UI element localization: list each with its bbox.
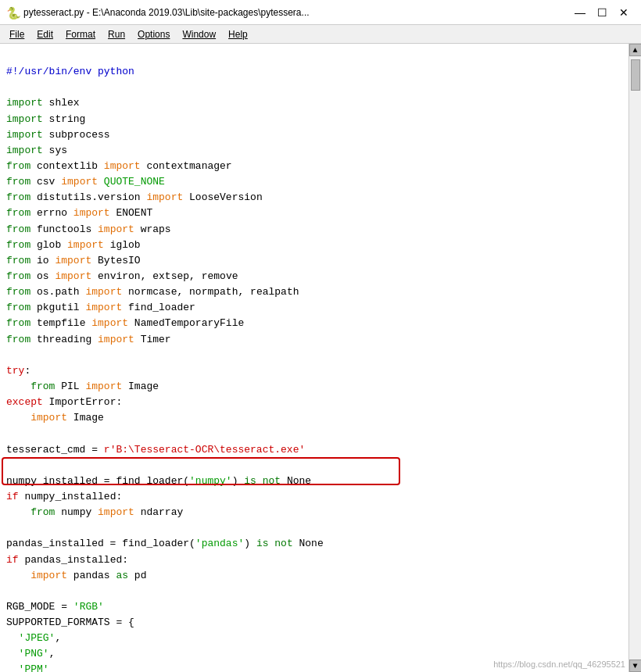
code-line: from contextlib import contextmanager bbox=[6, 160, 232, 172]
scroll-thumb[interactable] bbox=[631, 59, 640, 91]
code-line: from errno import ENOENT bbox=[6, 207, 152, 219]
scroll-down-button[interactable]: ▼ bbox=[629, 659, 642, 672]
maximize-button[interactable]: ☐ bbox=[591, 3, 613, 22]
scrollbar[interactable]: ▲ ▼ bbox=[628, 44, 641, 672]
shebang-line: #!/usr/bin/env python bbox=[6, 66, 134, 77]
watermark: https://blog.csdn.net/qq_46295521 bbox=[493, 659, 625, 669]
code-line: import pandas as pd bbox=[6, 570, 146, 581]
code-line: try: bbox=[6, 365, 30, 377]
code-line: from os import environ, extsep, remove bbox=[6, 270, 238, 282]
code-line: SUPPORTED_FORMATS = { bbox=[6, 617, 134, 628]
code-line: import shlex bbox=[6, 97, 80, 109]
code-line: 'PPM' bbox=[6, 663, 49, 672]
app-icon: 🐍 bbox=[6, 6, 19, 19]
code-line: from numpy import ndarray bbox=[6, 506, 183, 518]
code-line: pandas_installed = find_loader('pandas')… bbox=[6, 538, 324, 549]
code-line: if numpy_installed: bbox=[6, 491, 122, 502]
menu-window[interactable]: Window bbox=[176, 27, 222, 41]
menu-help[interactable]: Help bbox=[222, 27, 254, 41]
close-button[interactable]: ✕ bbox=[613, 3, 635, 22]
code-line: import subprocess bbox=[6, 129, 110, 141]
code-line: from glob import iglob bbox=[6, 239, 141, 251]
code-line: from PIL import Image bbox=[6, 381, 159, 392]
code-line: from io import BytesIO bbox=[6, 255, 141, 266]
code-area[interactable]: #!/usr/bin/env python import shlex impor… bbox=[0, 44, 628, 672]
code-line: from csv import QUOTE_NONE bbox=[6, 176, 165, 188]
code-line: except ImportError: bbox=[6, 396, 122, 408]
menu-edit[interactable]: Edit bbox=[30, 27, 59, 41]
scroll-track[interactable] bbox=[629, 56, 641, 659]
code-line: 'JPEG', bbox=[6, 632, 61, 644]
code-line: from functools import wraps bbox=[6, 223, 171, 235]
menu-file[interactable]: File bbox=[3, 27, 30, 41]
menu-format[interactable]: Format bbox=[59, 27, 102, 41]
code-line: import string bbox=[6, 113, 85, 125]
code-line: import sys bbox=[6, 145, 67, 156]
minimize-button[interactable]: — bbox=[569, 3, 591, 22]
code-line: import Image bbox=[6, 412, 104, 424]
menu-run[interactable]: Run bbox=[102, 27, 131, 41]
code-line: from distutils.version import LooseVersi… bbox=[6, 191, 263, 203]
code-line: from threading import Timer bbox=[6, 334, 171, 345]
highlighted-code-line: tesseract_cmd = r'B:\Tesseract-OCR\tesse… bbox=[6, 444, 305, 456]
window-title: pytesseract.py - E:\Anaconda 2019.03\Lib… bbox=[23, 7, 569, 18]
code-line: from os.path import normcase, normpath, … bbox=[6, 286, 299, 298]
code-line: from tempfile import NamedTemporaryFile bbox=[6, 317, 244, 329]
code-line: RGB_MODE = 'RGB' bbox=[6, 601, 104, 613]
code-line: if pandas_installed: bbox=[6, 554, 128, 566]
code-line: from pkgutil import find_loader bbox=[6, 302, 195, 313]
scroll-up-button[interactable]: ▲ bbox=[629, 44, 642, 56]
menu-options[interactable]: Options bbox=[131, 27, 176, 41]
code-line: numpy_installed = find_loader('numpy') i… bbox=[6, 475, 311, 487]
code-line: 'PNG', bbox=[6, 648, 55, 659]
code-container: #!/usr/bin/env python import shlex impor… bbox=[0, 44, 641, 672]
menubar: File Edit Format Run Options Window Help bbox=[0, 25, 641, 44]
titlebar: 🐍 pytesseract.py - E:\Anaconda 2019.03\L… bbox=[0, 0, 641, 25]
